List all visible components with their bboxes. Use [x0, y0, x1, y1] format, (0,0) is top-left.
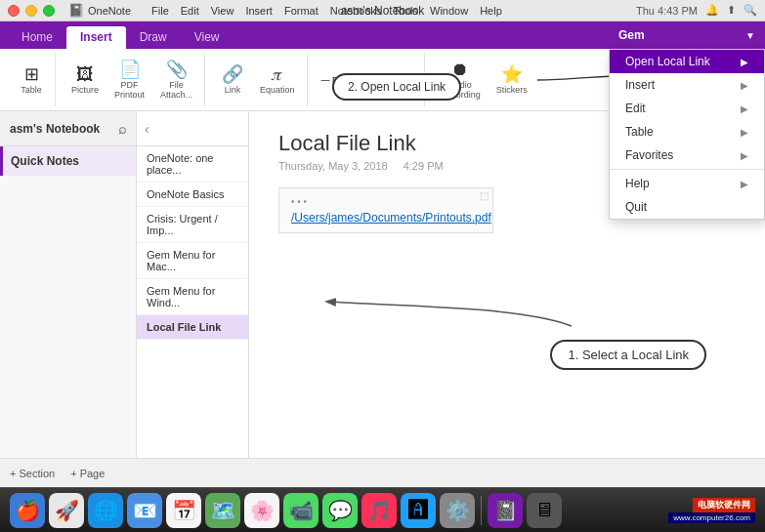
file-attachment-button[interactable]: 📎 File Attach...: [154, 59, 198, 102]
gem-dropdown: Open Local Link ▶ Insert ▶ Edit ▶ Table …: [609, 49, 765, 220]
pdf-icon: 📄: [119, 61, 141, 78]
watermark: 电脑软硬件网 www.computer26.com: [668, 498, 755, 523]
link-resize-icon: ⬚: [480, 190, 489, 201]
menu-view[interactable]: View: [206, 5, 239, 17]
app-name: 📓 OneNote: [68, 3, 131, 18]
open-local-link-arrow: ▶: [741, 57, 748, 67]
page-time: 4:29 PM: [404, 160, 444, 172]
picture-icon: 🖼: [76, 65, 94, 83]
equation-button[interactable]: 𝜋 Equation: [254, 63, 301, 97]
add-section-button[interactable]: + Section: [10, 468, 55, 479]
tab-insert[interactable]: Insert: [66, 26, 126, 49]
page-date: Thursday, May 3, 2018: [278, 160, 388, 172]
watermark-bottom: www.computer26.com: [668, 512, 755, 523]
dock-calendar[interactable]: 📅: [166, 493, 201, 528]
sidebar-search-icon[interactable]: ⌕: [118, 121, 126, 137]
search-icon[interactable]: 🔍: [744, 4, 757, 17]
gem-help[interactable]: Help ▶: [610, 172, 764, 195]
page-item-localfile[interactable]: Local File Link: [137, 315, 248, 340]
pages-list: OneNote: one place... OneNote Basics Cri…: [137, 146, 248, 458]
tab-draw[interactable]: Draw: [126, 26, 181, 49]
page-item-onenote[interactable]: OneNote: one place...: [137, 146, 248, 183]
link-dots: • • •: [291, 196, 481, 207]
stickers-icon: ⭐: [501, 65, 523, 83]
insert-arrow: ▶: [741, 80, 748, 91]
date-button[interactable]: — Date: [318, 74, 356, 86]
page-item-crisis[interactable]: Crisis: Urgent / Imp...: [137, 207, 248, 243]
pdf-printout-button[interactable]: 📄 PDF Printout: [108, 59, 150, 102]
menu-edit[interactable]: Edit: [176, 5, 204, 17]
menu-insert[interactable]: Insert: [240, 5, 277, 17]
edit-arrow: ▶: [741, 103, 748, 114]
mac-dock: 🍎 🚀 🌐 📧 📅 🗺️ 🌸 📹 💬 🎵 🅰 ⚙️ 📓 🖥 电脑软硬件网 www…: [0, 487, 765, 532]
menu-help[interactable]: Help: [475, 5, 507, 17]
group-links: 🔗 Link 𝜋 Equation: [209, 53, 308, 106]
step1-callout: 1. Select a Local Link: [550, 340, 706, 370]
pages-header: ‹: [137, 111, 248, 146]
collapse-icon[interactable]: ‹: [145, 121, 149, 137]
menu-file[interactable]: File: [147, 5, 174, 17]
group-recording: ⏺ Audio Recording ⭐ Stickers: [429, 53, 539, 106]
dock-systemprefs[interactable]: ⚙️: [440, 493, 475, 528]
notebook-sidebar: asm's Notebook ⌕ Quick Notes: [0, 111, 137, 458]
picture-button[interactable]: 🖼 Picture: [65, 63, 105, 97]
table-arrow: ▶: [741, 127, 748, 138]
maximize-button[interactable]: [43, 5, 55, 17]
tab-home[interactable]: Home: [8, 26, 66, 49]
link-button[interactable]: 🔗 Link: [215, 63, 250, 97]
minimize-button[interactable]: [25, 5, 37, 17]
gem-favorites[interactable]: Favorites ▶: [610, 143, 764, 167]
page-item-basics[interactable]: OneNote Basics: [137, 183, 248, 207]
dock-music[interactable]: 🎵: [361, 493, 397, 528]
dock-finder[interactable]: 🍎: [10, 493, 45, 528]
tab-view[interactable]: View: [181, 26, 234, 49]
gem-chevron-icon: ▼: [745, 30, 755, 41]
page-item-gemmac[interactable]: Gem Menu for Mac...: [137, 243, 248, 279]
gem-table[interactable]: Table ▶: [610, 120, 764, 143]
add-page-button[interactable]: + Page: [70, 468, 105, 479]
dock-photos[interactable]: 🌸: [244, 493, 279, 528]
audio-button[interactable]: ⏺ Audio Recording: [435, 59, 487, 102]
dock-onenote[interactable]: 📓: [488, 493, 523, 528]
table-icon: ⊞: [24, 65, 39, 83]
notebook-header: asm's Notebook ⌕: [0, 111, 136, 146]
sidebar-section-quicknotes[interactable]: Quick Notes: [0, 146, 136, 176]
link-container: • • • /Users/james/Documents/Printouts.p…: [278, 187, 493, 233]
dock-maps[interactable]: 🗺️: [205, 493, 240, 528]
gem-insert[interactable]: Insert ▶: [610, 73, 764, 97]
stickers-button[interactable]: ⭐ Stickers: [490, 63, 533, 97]
window-controls: 📓 OneNote File Edit View Insert Format N…: [8, 3, 507, 18]
file-link[interactable]: /Users/james/Documents/Printouts.pdf: [291, 211, 481, 225]
pages-sidebar: ‹ OneNote: one place... OneNote Basics C…: [137, 111, 249, 458]
dock-messages[interactable]: 💬: [322, 493, 358, 528]
equation-icon: 𝜋: [272, 65, 282, 83]
attachment-icon: 📎: [166, 61, 188, 78]
audio-icon: ⏺: [451, 61, 469, 78]
menu-window[interactable]: Window: [425, 5, 473, 17]
gem-quit[interactable]: Quit: [610, 195, 764, 219]
dock-network[interactable]: 🖥: [527, 493, 562, 528]
group-table: ⊞ Table: [8, 53, 56, 106]
help-arrow: ▶: [741, 179, 748, 189]
table-button[interactable]: ⊞ Table: [14, 63, 49, 97]
dock-appstore[interactable]: 🅰: [401, 493, 436, 528]
gem-menu-bar[interactable]: Gem ▼: [609, 21, 765, 49]
watermark-top: 电脑软硬件网: [693, 498, 755, 512]
group-datetime: — Date — Date Time: [312, 53, 425, 106]
dock-divider: [481, 496, 482, 525]
title-bar: 📓 OneNote File Edit View Insert Format N…: [0, 0, 765, 21]
menu-format[interactable]: Format: [279, 5, 323, 17]
dock-facetime[interactable]: 📹: [283, 493, 319, 528]
gem-edit[interactable]: Edit ▶: [610, 97, 764, 120]
dock-launchpad[interactable]: 🚀: [49, 493, 84, 528]
datetime-button[interactable]: — Date Time: [359, 74, 418, 86]
share-icon[interactable]: ⬆: [727, 4, 736, 17]
title-bar-right: Thu 4:43 PM 🔔 ⬆ 🔍: [636, 4, 757, 17]
dock-safari[interactable]: 🌐: [88, 493, 123, 528]
page-item-gemwin[interactable]: Gem Menu for Wind...: [137, 279, 248, 315]
close-button[interactable]: [8, 5, 20, 17]
dock-mail[interactable]: 📧: [127, 493, 162, 528]
gem-open-local-link[interactable]: Open Local Link ▶: [610, 50, 764, 73]
notification-icon[interactable]: 🔔: [705, 4, 719, 17]
dropdown-divider: [610, 169, 764, 170]
